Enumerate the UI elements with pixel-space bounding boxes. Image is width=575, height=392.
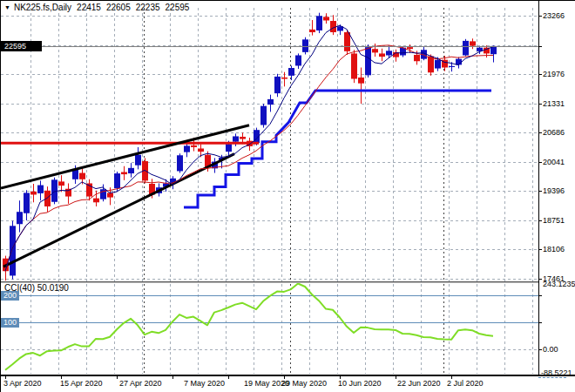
- candle: [288, 65, 294, 80]
- candle: [379, 49, 385, 62]
- candle-body: [240, 137, 246, 139]
- candle: [358, 68, 364, 105]
- price-axis-label: 19396: [543, 186, 565, 195]
- candle-body: [184, 145, 190, 152]
- candle-body: [456, 59, 462, 65]
- candle-body: [379, 53, 385, 57]
- date-axis-label: 27 Apr 2020: [119, 379, 162, 388]
- candle-body: [330, 21, 336, 32]
- date-axis-label: 22 Jun 2020: [397, 379, 441, 388]
- cci-min-label: -88.5221: [541, 368, 572, 377]
- candle-body: [24, 193, 30, 213]
- candle: [100, 185, 106, 202]
- candle-body: [351, 53, 357, 78]
- cci-level-tag: 200: [1, 291, 19, 301]
- ohlc-open: 22415: [77, 3, 101, 12]
- candle-body: [79, 173, 85, 179]
- date-axis-label: 7 May 2020: [184, 379, 225, 388]
- candle-body: [372, 49, 378, 52]
- candle: [470, 38, 476, 49]
- price-axis-label: 23266: [543, 11, 565, 20]
- mt4-chart-window: ▼NK225.fs,Daily22415226052223522595 CCI(…: [0, 0, 575, 392]
- candle-body: [177, 155, 183, 171]
- candle-body: [93, 199, 99, 203]
- candle-body: [449, 66, 455, 67]
- candle-body: [309, 30, 315, 32]
- price-axis-label: 18751: [543, 216, 565, 225]
- candle: [10, 221, 16, 280]
- price-axis-label: 21331: [543, 99, 565, 108]
- date-axis-label: 10 Jun 2020: [338, 379, 382, 388]
- candle-body: [121, 172, 127, 174]
- candle-body: [316, 16, 322, 30]
- candle: [463, 39, 469, 57]
- cci-level-tag: 100: [1, 318, 19, 328]
- candle-body: [30, 192, 37, 195]
- candle: [309, 20, 315, 36]
- candle-body: [323, 17, 329, 20]
- cci-zero-label: 0.00: [543, 345, 558, 354]
- candle: [37, 180, 44, 200]
- date-axis-label: 3 Apr 2020: [3, 379, 42, 388]
- candle-body: [44, 191, 51, 206]
- dropdown-triangle-icon[interactable]: ▼: [4, 4, 10, 10]
- candle-body: [58, 181, 64, 186]
- candle: [267, 95, 274, 112]
- candle: [260, 104, 267, 128]
- candle-body: [295, 55, 301, 65]
- candle: [177, 153, 183, 172]
- candle: [281, 72, 288, 87]
- candle: [330, 15, 336, 35]
- candle: [24, 190, 30, 220]
- chart-canvas[interactable]: [1, 1, 575, 392]
- candle: [58, 175, 64, 192]
- price-axis-label: 20041: [543, 158, 565, 166]
- candle-body: [435, 60, 441, 69]
- candle: [121, 166, 127, 180]
- price-axis-label: 18106: [543, 245, 565, 253]
- candle-body: [114, 173, 120, 188]
- main-panel: [1, 13, 538, 280]
- candle-body: [267, 99, 274, 105]
- candle: [3, 256, 9, 281]
- cci-line: [5, 284, 493, 370]
- candle-body: [128, 168, 134, 173]
- candle: [323, 13, 329, 24]
- ohlc-high: 22605: [106, 3, 131, 12]
- candle-body: [281, 78, 288, 79]
- candle: [30, 184, 37, 202]
- candle-body: [37, 186, 44, 193]
- candle: [135, 147, 141, 169]
- candle: [490, 45, 497, 62]
- candle-body: [414, 55, 420, 61]
- candle-body: [191, 145, 197, 147]
- trend-line-object: [1, 125, 249, 188]
- candle-body: [386, 51, 392, 55]
- cci-min-underline: [538, 377, 566, 378]
- candle-body: [274, 77, 281, 93]
- current-price-tag: 22595: [1, 41, 42, 51]
- candle-body: [463, 41, 469, 56]
- candle-body: [288, 68, 294, 76]
- candle-body: [226, 144, 232, 152]
- candle: [128, 163, 134, 178]
- date-axis-label: 15 Apr 2020: [60, 379, 103, 388]
- candle: [393, 50, 399, 62]
- candle: [274, 74, 281, 97]
- ohlc-low: 22235: [136, 3, 160, 12]
- candle-body: [365, 47, 371, 75]
- date-axis-label: 2 Jul 2020: [447, 379, 484, 388]
- candle: [17, 200, 23, 232]
- candle: [295, 53, 301, 69]
- candle-body: [17, 212, 23, 224]
- candle: [184, 142, 190, 157]
- date-axis-label: 29 May 2020: [281, 379, 327, 388]
- candle-body: [10, 226, 16, 275]
- price-axis-label: 20686: [543, 128, 565, 137]
- candle-body: [344, 32, 350, 51]
- candle-body: [302, 39, 308, 52]
- price-axis-label: 21976: [543, 70, 565, 78]
- candle-body: [407, 47, 413, 49]
- candle-body: [260, 106, 267, 125]
- candle-body: [198, 148, 204, 152]
